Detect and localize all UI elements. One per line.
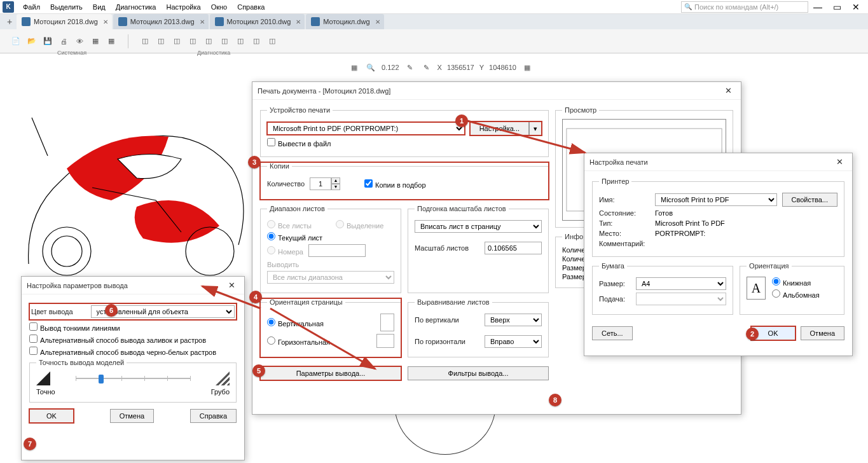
menu-select[interactable]: Выделить	[45, 2, 88, 12]
tool-icon[interactable]: ◫	[217, 34, 231, 48]
tool-icon[interactable]: ◫	[186, 34, 200, 48]
status-panel: ▦ 🔍 0.122 ✎ ✎ X 1356517 Y 1048610 ▦	[348, 60, 533, 74]
dropdown-icon[interactable]: ▾	[529, 121, 542, 135]
coord-x-label: X	[437, 64, 442, 71]
qty-input[interactable]	[310, 177, 331, 190]
close-icon[interactable]: ✕	[224, 280, 239, 290]
qty-spinbox[interactable]: ▲▼	[310, 177, 340, 190]
to-file-checkbox[interactable]: Вывести в файл	[267, 138, 331, 148]
tool-icon[interactable]: ◫	[154, 34, 168, 48]
tool-icon[interactable]: ◫	[249, 34, 263, 48]
minimize-icon[interactable]: —	[808, 2, 827, 12]
align-fieldset: Выравнивание листов По вертикали Вверх П…	[408, 298, 549, 357]
orient-album-radio[interactable]: Альбомная	[772, 289, 820, 299]
tool-icon[interactable]: ▦	[88, 34, 102, 48]
maximize-icon[interactable]: ▭	[827, 2, 846, 12]
save-icon[interactable]: 💾	[41, 34, 55, 48]
orient-horizontal-radio[interactable]: Горизонтальная	[267, 336, 330, 346]
tab-3[interactable]: Мотоцикл.dwg✕	[306, 14, 383, 29]
device-legend: Устройство печати	[267, 106, 333, 114]
annotation-badge-7: 7	[24, 438, 36, 450]
print-dialog-titlebar[interactable]: Печать документа - [Мотоцикл 2018.dwg] ✕	[252, 82, 741, 100]
tool-icon[interactable]: ◫	[265, 34, 279, 48]
tool-icon[interactable]: ▦	[521, 62, 533, 73]
scale-input[interactable]	[485, 242, 542, 254]
printer-select[interactable]: Microsoft Print to PDF (PORTPROMPT:)	[267, 122, 465, 135]
align-h-select[interactable]: Вправо	[485, 335, 542, 348]
preview-icon[interactable]: 👁	[72, 34, 86, 48]
tool-icon[interactable]: ◫	[170, 34, 184, 48]
orient-vertical-radio[interactable]: Вертикальная	[267, 318, 324, 328]
precise-label: Точно	[36, 388, 55, 396]
setup-cancel-button[interactable]: Отмена	[801, 326, 844, 340]
network-button[interactable]: Сеть...	[592, 326, 633, 340]
open-icon[interactable]: 📂	[25, 34, 39, 48]
grid-icon[interactable]: ▦	[348, 62, 360, 73]
annotation-badge-6: 6	[105, 304, 118, 317]
paper-size-select[interactable]: A4	[636, 277, 726, 290]
tool-icon[interactable]: ◫	[202, 34, 216, 48]
tab-2[interactable]: Мотоцикл 2010.dwg✕	[210, 14, 305, 29]
range-current-radio[interactable]: Текущий лист	[267, 232, 322, 242]
menu-diag[interactable]: Диагностика	[111, 2, 162, 12]
fit-legend: Подгонка масштаба листов	[415, 205, 509, 212]
collate-checkbox[interactable]: Копии в подбор	[364, 179, 426, 189]
doc-icon	[311, 17, 320, 26]
new-tab-icon[interactable]: +	[3, 14, 17, 29]
tab-0[interactable]: Мотоцикл 2018.dwg✕	[17, 14, 112, 29]
coord-x: 1356517	[447, 64, 474, 71]
tab-1[interactable]: Мотоцикл 2013.dwg✕	[113, 14, 209, 29]
outparams-titlebar[interactable]: Настройка параметров вывода ✕	[22, 277, 244, 294]
close-icon[interactable]: ✕	[832, 157, 847, 167]
thin-lines-checkbox[interactable]: Вывод тонкими линиями	[29, 322, 120, 332]
command-search[interactable]: Поиск по командам (Alt+/)	[681, 1, 808, 13]
tool-icon[interactable]: ✎	[421, 62, 432, 73]
menu-settings[interactable]: Настройка	[161, 2, 205, 12]
copies-fieldset: Копии Количество ▲▼ Копии в подбор	[260, 162, 549, 200]
svg-point-2	[186, 227, 234, 275]
output-params-button[interactable]: Параметры вывода...	[260, 366, 401, 380]
setup-titlebar[interactable]: Настройка печати ✕	[584, 153, 852, 171]
printer-setup-button[interactable]: Настройка...	[470, 121, 529, 135]
tab-close-icon[interactable]: ✕	[200, 18, 205, 25]
spin-up-icon[interactable]: ▲	[331, 177, 340, 184]
type-label: Тип:	[599, 219, 650, 227]
alt-bw-checkbox[interactable]: Альтернативный способ вывода черно-белых…	[29, 347, 216, 356]
fit-mode-select[interactable]: Вписать лист в страницу	[415, 220, 542, 233]
new-icon[interactable]: 📄	[9, 34, 23, 48]
coord-y: 1048610	[489, 64, 516, 71]
menu-view[interactable]: Вид	[88, 2, 111, 12]
svg-point-1	[52, 236, 82, 266]
print-dialog-title: Печать документа - [Мотоцикл 2018.dwg]	[258, 87, 390, 95]
tab-close-icon[interactable]: ✕	[375, 18, 380, 25]
annotation-badge-4: 4	[249, 291, 262, 303]
annotation-badge-3: 3	[248, 156, 261, 169]
outparams-cancel-button[interactable]: Отмена	[110, 409, 154, 423]
outparams-help-button[interactable]: Справка	[190, 409, 237, 423]
menu-help[interactable]: Справка	[232, 2, 270, 12]
printer-legend: Принтер	[599, 177, 631, 185]
menu-window[interactable]: Окно	[206, 2, 233, 12]
printer-name-select[interactable]: Microsoft Print to PDF	[655, 193, 777, 206]
tool-icon[interactable]: ◫	[138, 34, 152, 48]
tab-label: Мотоцикл 2018.dwg	[34, 18, 98, 25]
spin-down-icon[interactable]: ▼	[331, 184, 340, 190]
tab-close-icon[interactable]: ✕	[103, 18, 108, 25]
orient-book-radio[interactable]: Книжная	[772, 277, 811, 287]
tool-icon[interactable]: ✎	[404, 62, 416, 73]
printer-properties-button[interactable]: Свойства...	[782, 193, 837, 207]
outparams-ok-button[interactable]: OK	[29, 409, 74, 423]
zoom-icon[interactable]: 🔍	[365, 62, 376, 73]
output-filters-button[interactable]: Фильтры вывода...	[408, 366, 549, 380]
menu-file[interactable]: Файл	[18, 2, 45, 12]
align-v-select[interactable]: Вверх	[485, 314, 542, 326]
tool-icon[interactable]: ▦	[104, 34, 118, 48]
alt-fill-checkbox[interactable]: Альтернативный способ вывода заливок и р…	[29, 335, 206, 344]
tool-icon[interactable]: ◫	[233, 34, 247, 48]
close-icon[interactable]: ✕	[846, 2, 865, 12]
print-icon[interactable]: 🖨	[57, 34, 71, 48]
tab-close-icon[interactable]: ✕	[296, 18, 301, 25]
precision-slider[interactable]	[76, 372, 190, 385]
paper-legend: Бумага	[599, 262, 627, 270]
close-icon[interactable]: ✕	[721, 86, 736, 95]
